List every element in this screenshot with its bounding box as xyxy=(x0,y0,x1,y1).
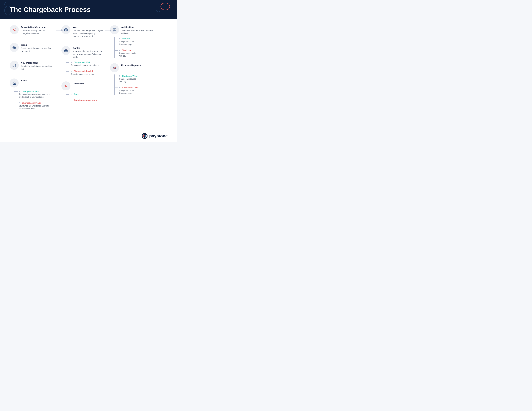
main-content: Dissatisfied Customer Calls their issuin… xyxy=(0,19,177,131)
you-text: You Can dispute chargeback but you must … xyxy=(73,25,103,38)
col1-invalid-branch: Chargeback Invalid Your funds are untouc… xyxy=(19,101,55,110)
col3-custwins-label: Customer Wins xyxy=(122,75,137,77)
branch-arrow-pays xyxy=(71,93,72,95)
svg-rect-32 xyxy=(66,50,67,52)
page-title: The Chargeback Process xyxy=(10,6,168,14)
col3-lose-label: You Lose xyxy=(122,49,131,51)
svg-point-43 xyxy=(115,68,116,69)
flow-item-arbitration: Arbitration You and customer present cas… xyxy=(110,25,155,35)
branch-arrow-custloses xyxy=(119,87,120,88)
dissatisfied-customer-text: Dissatisfied Customer Calls their issuin… xyxy=(21,25,55,35)
svg-rect-11 xyxy=(13,65,16,67)
bank2-icon: $ xyxy=(12,81,17,85)
banks-desc: Your acquiring bank represents you to yo… xyxy=(73,50,103,59)
col2-invalid-label: Chargeback Invalid xyxy=(74,70,93,72)
col3-win-branch: You Win Chargeback voidCustomer pays xyxy=(119,37,155,46)
svg-point-2 xyxy=(12,28,16,32)
customer-text: Customer xyxy=(73,81,103,85)
arbitration-title: Arbitration xyxy=(121,26,155,28)
col2-pays-branch: Pays xyxy=(71,93,103,96)
svg-rect-31 xyxy=(66,50,66,52)
bank2-title: Bank xyxy=(21,79,55,82)
col-divider-1 xyxy=(60,25,60,125)
branch-arrow-dispute xyxy=(71,99,72,101)
customer-phone-icon xyxy=(64,84,68,88)
h-arrow-line-2 xyxy=(105,30,110,30)
svg-point-47 xyxy=(145,135,146,137)
col1-invalid-label: Chargeback Invalid xyxy=(22,102,41,104)
process-repeats-title: Process Repeats xyxy=(121,64,155,66)
col1-valid-desc: Temporarily removes your funds and credi… xyxy=(19,93,55,98)
svg-rect-15 xyxy=(15,65,15,66)
banks-text: Banks Your acquiring bank represents you… xyxy=(73,46,103,59)
merchant-icon-circle xyxy=(10,61,19,70)
svg-rect-12 xyxy=(14,66,15,67)
col3-lose-branch: You Lose Chargeback standsYou pay xyxy=(119,49,155,57)
header: The Chargeback Process xyxy=(0,0,177,19)
col3-win-desc: Chargeback voidCustomer pays xyxy=(119,40,155,46)
banks-title: Banks xyxy=(73,47,103,49)
bank2-icon-circle: $ xyxy=(10,78,19,87)
arbitration-text: Arbitration You and customer present cas… xyxy=(121,25,155,35)
svg-rect-24 xyxy=(65,29,67,31)
col1-valid-branch: Chargeback Valid Temporarily removes you… xyxy=(19,90,55,98)
flow-item-bank1: $ Bank Needs basic transaction info from… xyxy=(10,43,55,53)
process-repeats-text: Process Repeats xyxy=(121,63,155,67)
col2-valid-branch: Chargeback Valid Permanently removes you… xyxy=(71,61,103,67)
svg-point-42 xyxy=(113,68,114,69)
col2-valid-desc: Permanently removes your funds xyxy=(71,64,103,67)
svg-rect-18 xyxy=(14,83,15,84)
col2-invalid-desc: Deposits funds back to you xyxy=(71,73,103,75)
branch-arrow-lose xyxy=(119,49,120,51)
col3-lose-desc: Chargeback standsYou pay xyxy=(119,52,155,57)
dissatisfied-customer-desc: Calls their issuing bank for chargeback … xyxy=(21,29,55,35)
svg-rect-19 xyxy=(15,83,15,84)
flow-item-merchant: You (Merchant) Sends the bank basic tran… xyxy=(10,61,55,70)
bank1-icon: $ xyxy=(12,45,17,50)
banks-icon: $ xyxy=(64,48,68,53)
col2-invalid-branch: Chargeback Invalid Deposits funds back t… xyxy=(71,70,103,75)
merchant-text: You (Merchant) Sends the bank basic tran… xyxy=(21,61,55,70)
svg-rect-37 xyxy=(113,28,116,31)
h-arrow-line-1 xyxy=(56,30,61,30)
svg-rect-6 xyxy=(15,47,15,49)
svg-rect-21 xyxy=(13,84,16,85)
customer-title: Customer xyxy=(73,82,103,85)
svg-point-46 xyxy=(143,135,145,137)
col-divider-2 xyxy=(108,25,108,125)
col3-custloses-desc: Chargeback voidCustomer pays xyxy=(119,89,155,95)
svg-rect-28 xyxy=(66,30,67,30)
bank2-text: Bank xyxy=(21,78,55,82)
phone-icon xyxy=(12,28,17,32)
flow-item-process-repeats: Process Repeats xyxy=(110,63,155,72)
column-1: Dissatisfied Customer Calls their issuin… xyxy=(10,25,58,125)
svg-rect-34 xyxy=(65,52,67,52)
v-connector-col2-1 xyxy=(66,39,66,44)
branch-arrow-valid xyxy=(19,91,20,92)
branch-arrow-invalid xyxy=(19,102,20,104)
arbitration-desc: You and customer present cases to arbitr… xyxy=(121,29,155,35)
h-arrow-col2-col3 xyxy=(105,29,111,31)
bank1-title: Bank xyxy=(21,44,55,46)
flow-item-banks: $ Banks Your acquiring bank represents y… xyxy=(61,46,103,59)
merchant-desc: Sends the bank basic transaction info xyxy=(21,65,55,70)
col3-custwins-branch: Customer Wins Chargeback standsYou pay xyxy=(119,75,155,83)
h-arrow-head-2 xyxy=(110,29,111,31)
svg-rect-30 xyxy=(65,50,66,52)
v-connector-1 xyxy=(14,37,14,41)
svg-rect-25 xyxy=(65,30,66,31)
col2-valid-label: Chargeback Valid xyxy=(74,61,91,64)
footer: paystone xyxy=(0,131,177,142)
repeat-icon xyxy=(112,65,117,70)
branch-arrow-win xyxy=(119,38,120,39)
flow-item-customer: Customer xyxy=(61,81,103,90)
bank1-text: Bank Needs basic transaction info from m… xyxy=(21,43,55,53)
branch-arrow-custwins xyxy=(119,75,120,77)
col3-branches2: Customer Wins Chargeback standsYou pay C… xyxy=(114,75,155,97)
col2-pays-label: Pays xyxy=(74,93,78,95)
store2-icon xyxy=(64,28,68,32)
svg-rect-17 xyxy=(13,83,14,84)
v-connector-3 xyxy=(14,72,14,77)
col2-branches2: Pays Can dispute once more xyxy=(66,93,103,104)
you-title: You xyxy=(73,26,103,28)
